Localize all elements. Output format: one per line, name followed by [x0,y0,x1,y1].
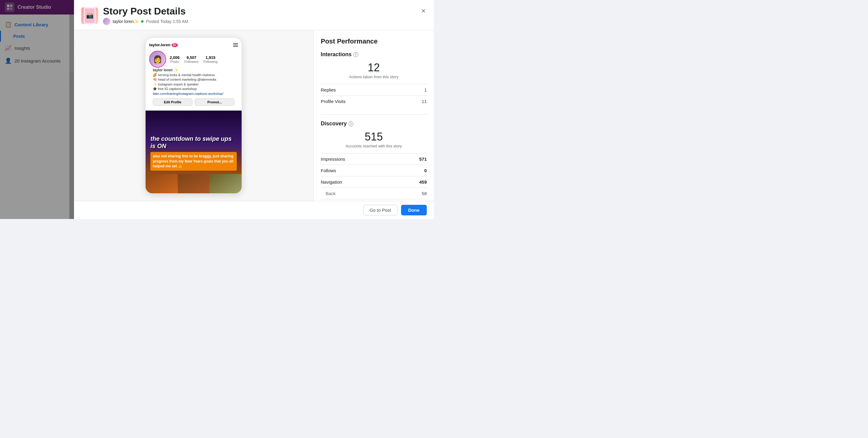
follows-label: Follows [321,168,336,173]
story-thumbnail: 📸 [81,14,98,24]
story-post-details-modal: 📸 Story Post Details taylor loren✨ Poste… [74,14,434,219]
phone-edit-profile-btn[interactable]: Edit Profile [153,98,192,106]
modal-overlay: 📸 Story Post Details taylor loren✨ Poste… [0,14,434,219]
performance-panel: Post Performance Interactions i 12 Actio… [313,30,434,201]
modal-title-area: Story Post Details taylor loren✨ Posted … [103,14,188,25]
navigation-label: Navigation [321,180,342,185]
followers-stat: 9,507 Followers [185,55,199,63]
discovery-info-icon[interactable]: i [348,121,353,126]
phone-promote-btn[interactable]: Promot... [195,98,235,106]
online-status-dot [141,20,144,23]
discovery-section: Discovery i 515 Accounts reached with th… [321,121,427,201]
phone-story-image: the countdown to swipe ups is ON also no… [146,111,242,194]
modal-posted-time: Posted Today 1:55 AM [146,19,188,24]
phone-buttons: Edit Profile Promot... [149,98,238,108]
follows-row: Follows 0 [321,165,427,176]
story-text-overlay: the countdown to swipe ups is ON also no… [146,130,242,176]
go-to-post-button[interactable]: Go to Post [363,205,398,215]
performance-title: Post Performance [321,37,427,45]
back-label: Back [321,191,336,196]
phone-username: taylor.loren 9+ [149,42,178,47]
hamburger-icon[interactable] [233,43,238,47]
profile-visits-label: Profile Visits [321,99,345,104]
story-preview-area: taylor.loren 9+ 👩 [74,30,313,201]
back-value: 58 [422,191,427,196]
impressions-row: Impressions 571 [321,153,427,165]
discovery-title: Discovery i [321,121,427,127]
modal-meta: taylor loren✨ Posted Today 1:55 AM [103,18,188,25]
navigation-row: Navigation 459 [321,176,427,188]
divider [321,114,427,115]
interactions-title: Interactions i [321,51,427,58]
replies-value: 1 [424,87,427,92]
modal-body: taylor.loren 9+ 👩 [74,30,434,201]
interactions-big-number: 12 [321,61,427,74]
interactions-info-icon[interactable]: i [353,52,358,57]
following-stat: 1,915 Following [204,55,217,63]
modal-close-button[interactable]: × [420,14,427,16]
phone-bio: taylor loren ✨ 🌈 serving looks & mental … [149,68,238,98]
discovery-big-number: 515 [321,130,427,143]
done-button[interactable]: Done [401,205,427,215]
svg-text:📸: 📸 [86,14,94,19]
phone-profile-header: taylor.loren 9+ 👩 [146,38,242,111]
impressions-value: 571 [419,156,427,162]
profile-visits-value: 11 [422,99,427,104]
discovery-sub: Accounts reached with this story [321,144,427,148]
phone-mockup: taylor.loren 9+ 👩 [145,37,242,194]
posts-stat: 2,006 Posts [170,55,180,63]
modal-title: Story Post Details [103,14,188,17]
modal-footer: Go to Post Done [74,201,434,219]
follows-value: 0 [424,168,427,173]
story-headline: the countdown to swipe ups is ON [150,135,237,150]
notification-badge: 9+ [172,43,178,47]
modal-author-name: taylor loren✨ [113,19,138,24]
story-subtext: also not sharing this to be braggy, just… [150,152,237,171]
phone-stats: 2,006 Posts 9,507 Followers [170,55,217,63]
navigation-value: 459 [419,180,427,185]
modal-author-avatar [103,18,110,25]
interactions-section: Interactions i 12 Actions taken from thi… [321,51,427,107]
back-row: Back 58 [321,188,427,199]
impressions-label: Impressions [321,156,345,162]
profile-visits-row: Profile Visits 11 [321,95,427,107]
replies-row: Replies 1 [321,84,427,95]
interactions-sub: Actions taken from this story [321,74,427,79]
phone-profile-avatar: 👩 [149,51,166,68]
modal-header: 📸 Story Post Details taylor loren✨ Poste… [74,14,434,30]
modal-header-left: 📸 Story Post Details taylor loren✨ Poste… [81,14,188,25]
replies-label: Replies [321,87,336,92]
